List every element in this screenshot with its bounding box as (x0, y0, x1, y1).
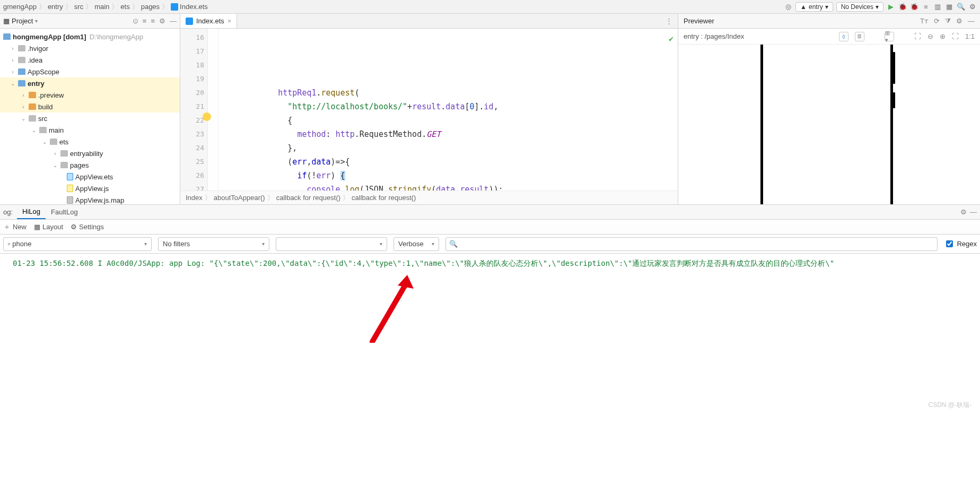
zoom-in-icon[interactable]: ⊕ (940, 32, 946, 40)
locate-icon[interactable]: ⊙ (133, 17, 138, 25)
project-tree[interactable]: hongmengApp [dom1]D:\hongmengApp ›.hvigo… (0, 29, 180, 204)
tree-hvigor[interactable]: ›.hvigor (0, 42, 180, 54)
editor-crumb-item[interactable]: Index (186, 194, 203, 202)
module-selector[interactable]: ▲ entry ▾ (795, 2, 833, 12)
crumb-project[interactable]: gmengApp (3, 3, 37, 11)
crumb-entry[interactable]: entry (48, 3, 63, 11)
tool-icon-1[interactable]: ▥ (933, 3, 942, 11)
crumb-file[interactable]: Index.ets (171, 3, 208, 11)
preview-stage[interactable] (678, 45, 980, 204)
tag-dropdown[interactable]: ▾ (276, 237, 387, 251)
layers-icon[interactable]: ≣ (855, 32, 864, 41)
regex-checkbox-input[interactable] (946, 240, 953, 247)
collapse-icon[interactable]: ≡ (151, 17, 155, 25)
minimize-icon[interactable]: — (968, 17, 975, 25)
grid-icon[interactable]: ⊞ ▾ (885, 32, 894, 41)
folder-icon (18, 68, 25, 75)
tab-hilog[interactable]: HiLog (17, 205, 46, 219)
editor-crumb-item[interactable]: callback for request() (352, 194, 416, 202)
log-tab-bar: og: HiLog FaultLog ⚙ — (0, 205, 980, 220)
level-dropdown[interactable]: Verbose▾ (393, 237, 439, 251)
inspect-icon[interactable]: ◊ (839, 32, 848, 41)
tree-build[interactable]: ›build (0, 101, 180, 112)
tree-file-appview-js[interactable]: AppView.js (0, 183, 180, 194)
phone-volume-button (893, 52, 895, 84)
editor-breadcrumb: Index〉 aboutToAppear()〉 callback for req… (180, 190, 678, 204)
sidebar-title[interactable]: ▦ Project ▾ (3, 17, 38, 25)
chevron-right-icon: 〉 (65, 2, 72, 12)
filter-icon[interactable]: ⧩ (945, 17, 951, 25)
phone-frame (760, 45, 893, 204)
tree-src[interactable]: ⌄src (0, 112, 180, 124)
module-folder-icon (18, 80, 25, 86)
tree-file-appview-ets[interactable]: AppView.ets (0, 171, 180, 183)
previewer-header: Previewer Tᴛ ⟳ ⧩ ⚙ — (678, 14, 980, 29)
crumb-src[interactable]: src (74, 3, 83, 11)
filter-dropdown[interactable]: No filters▾ (158, 237, 269, 251)
map-file-icon (67, 196, 73, 204)
tree-main[interactable]: ⌄main (0, 124, 180, 136)
run-icon[interactable]: ▶ (887, 3, 895, 11)
device-selector[interactable]: No Devices ▾ (836, 2, 883, 12)
minimize-icon[interactable]: — (970, 208, 977, 216)
zoom-out-icon[interactable]: ⊖ (928, 32, 933, 40)
tree-ets[interactable]: ⌄ets (0, 136, 180, 148)
log-body[interactable]: 01-23 15:56:52.608 I A0c0d0/JSApp: app L… (0, 254, 980, 413)
tree-entry[interactable]: ⌄entry (0, 77, 180, 89)
stop-icon[interactable]: ■ (922, 3, 930, 11)
gear-icon[interactable]: ⚙ (968, 3, 977, 11)
log-search-box[interactable]: 🔍 (445, 237, 938, 251)
gear-icon[interactable]: ⚙ (960, 208, 967, 216)
fold-column[interactable] (208, 29, 218, 190)
regex-checkbox[interactable]: Regex (944, 239, 977, 249)
log-settings-button[interactable]: ⚙Settings (71, 223, 104, 231)
text-mode-icon[interactable]: Tᴛ (920, 17, 929, 25)
check-icon: ✔ (669, 32, 673, 46)
tree-pages[interactable]: ⌄pages (0, 159, 180, 171)
attach-debug-icon[interactable]: 🐞 (910, 3, 918, 11)
target-icon[interactable]: ◎ (784, 3, 792, 11)
tab-index-ets[interactable]: Index.ets × (180, 14, 237, 28)
tree-preview[interactable]: ›.preview (0, 89, 180, 101)
crumb-main[interactable]: main (94, 3, 109, 11)
fit-icon[interactable]: ⛶ (914, 32, 921, 40)
log-new-button[interactable]: ＋New (3, 222, 27, 232)
previewer-path-bar: entry : /pages/Index ◊ ≣ ⊞ ▾ ⛶ ⊖ ⊕ ⛶ 1:1 (678, 29, 980, 45)
minimize-icon[interactable]: — (170, 17, 177, 25)
code-area[interactable]: 161718192021222324252627 ✔ httpReq1.requ… (180, 29, 678, 190)
close-icon[interactable]: × (228, 17, 232, 25)
code-text[interactable]: ✔ httpReq1.request( "http://localhost/bo… (218, 29, 678, 190)
tree-idea[interactable]: ›.idea (0, 54, 180, 66)
tool-icon-2[interactable]: ▦ (945, 3, 953, 11)
debug-icon[interactable]: 🐞 (898, 3, 907, 11)
tab-overflow-icon[interactable]: ⋮ (660, 17, 678, 25)
gear-icon[interactable]: ⚙ (159, 17, 165, 25)
tab-faultlog[interactable]: FaultLog (46, 205, 83, 219)
crumb-pages[interactable]: pages (141, 3, 160, 11)
bulb-icon[interactable] (203, 112, 211, 121)
crumb-ets[interactable]: ets (120, 3, 129, 11)
editor-crumb-item[interactable]: callback for request() (276, 194, 340, 202)
refresh-icon[interactable]: ⟳ (934, 17, 940, 25)
tree-entryability[interactable]: ›entryability (0, 148, 180, 159)
device-dropdown[interactable]: ▫ phone▾ (3, 237, 152, 251)
gear-icon[interactable]: ⚙ (956, 17, 962, 25)
chevron-right-icon: 〉 (39, 2, 46, 12)
search-icon: 🔍 (449, 240, 458, 248)
search-icon[interactable]: 🔍 (957, 3, 965, 11)
expand-icon[interactable]: ⛶ (952, 32, 959, 40)
previewer-pane: Previewer Tᴛ ⟳ ⧩ ⚙ — entry : /pages/Inde… (678, 14, 980, 204)
folder-icon (39, 127, 47, 133)
log-layout-button[interactable]: ▦Layout (34, 223, 63, 231)
expand-icon[interactable]: ≡ (143, 17, 147, 25)
top-bar: gmengApp〉 entry〉 src〉 main〉 ets〉 pages〉 … (0, 0, 980, 14)
breadcrumb: gmengApp〉 entry〉 src〉 main〉 ets〉 pages〉 … (3, 2, 208, 12)
tree-file-appview-js-map[interactable]: AppView.js.map (0, 194, 180, 204)
project-sidebar: ▦ Project ▾ ⊙ ≡ ≡ ⚙ — hongmengApp [dom1]… (0, 14, 180, 204)
tree-root[interactable]: hongmengApp [dom1]D:\hongmengApp (0, 31, 180, 42)
editor-crumb-item[interactable]: aboutToAppear() (214, 194, 265, 202)
log-label: og: (3, 208, 13, 216)
log-filter-bar: ▫ phone▾ No filters▾ ▾ Verbose▾ 🔍 Regex (0, 235, 980, 254)
log-search-input[interactable] (458, 239, 934, 248)
tree-appscope[interactable]: ›AppScope (0, 66, 180, 77)
